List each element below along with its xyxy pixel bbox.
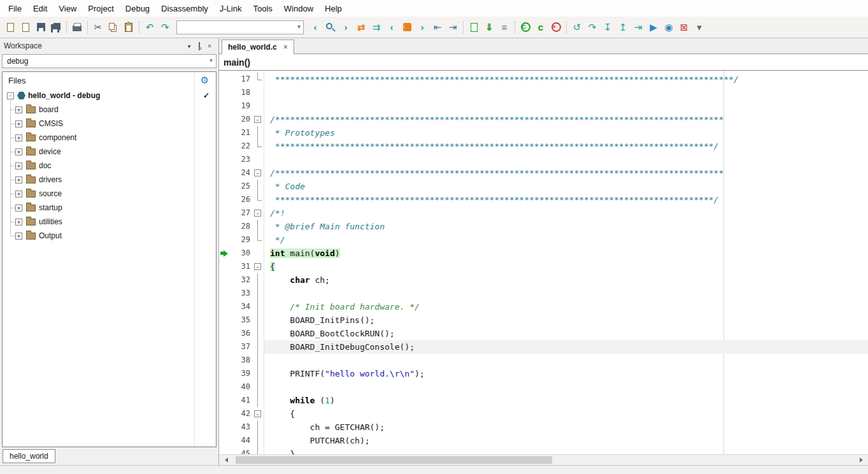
code-line-26[interactable]: 26 *************************************… <box>219 193 868 206</box>
next-location-button[interactable]: ⇥ <box>445 20 460 35</box>
horizontal-scrollbar[interactable] <box>219 454 868 465</box>
next-bookmark-button[interactable]: ⇉ <box>369 20 384 35</box>
function-selector[interactable]: main() <box>219 54 868 71</box>
print-button[interactable] <box>69 20 85 35</box>
tree-item-component[interactable]: +component <box>3 131 216 145</box>
fold-marker[interactable]: - <box>252 260 264 273</box>
workspace-tab-hello-world[interactable]: hello_world <box>3 449 55 463</box>
pin-icon[interactable] <box>194 43 204 50</box>
go-button[interactable]: ▶ <box>646 20 661 35</box>
code-line-36[interactable]: 36 BOARD_BootClockRUN(); <box>219 327 868 340</box>
expand-icon[interactable]: + <box>15 219 22 226</box>
fold-marker[interactable]: - <box>252 206 264 220</box>
scrollbar-thumb[interactable] <box>236 456 552 464</box>
menu-item-disassembly[interactable]: Disassembly <box>155 1 214 16</box>
menu-item-debug[interactable]: Debug <box>120 1 155 16</box>
editor-tab-hello-world-c[interactable]: hello_world.c × <box>222 40 294 54</box>
toolbar-overflow-button[interactable]: ▾ <box>692 20 707 35</box>
code-line-27[interactable]: 27-/*! <box>219 206 868 220</box>
tree-item-doc[interactable]: +doc <box>3 159 216 173</box>
code-line-32[interactable]: 32 char ch; <box>219 273 868 287</box>
expand-icon[interactable]: + <box>15 162 22 169</box>
find-next-button[interactable]: › <box>338 20 353 35</box>
menu-item-window[interactable]: Window <box>278 1 319 16</box>
tree-item-cmsis[interactable]: +CMSIS <box>3 117 216 131</box>
code-line-44[interactable]: 44 PUTCHAR(ch); <box>219 434 868 447</box>
tree-item-project-root[interactable]: - hello_world - debug ✓ <box>3 89 216 103</box>
download-and-debug-button[interactable]: ⇓ <box>481 20 497 35</box>
open-file-button[interactable] <box>18 20 33 35</box>
expand-icon[interactable]: + <box>15 148 22 155</box>
collapse-icon[interactable]: - <box>7 92 14 99</box>
stop-build-button[interactable]: × <box>548 20 564 35</box>
tree-item-board[interactable]: +board <box>3 103 216 117</box>
save-all-button[interactable] <box>48 20 64 35</box>
expand-icon[interactable]: + <box>15 190 22 198</box>
fold-marker[interactable]: - <box>252 407 264 420</box>
save-button[interactable] <box>33 20 48 35</box>
code-line-43[interactable]: 43 ch = GETCHAR(); <box>219 420 868 434</box>
code-line-21[interactable]: 21 * Prototypes <box>219 126 868 140</box>
scroll-left-button[interactable] <box>219 455 231 465</box>
close-icon[interactable]: × <box>204 43 215 50</box>
make-button[interactable] <box>466 20 481 35</box>
tab-close-icon[interactable]: × <box>283 43 288 52</box>
menu-item-help[interactable]: Help <box>319 1 348 16</box>
code-line-18[interactable]: 18 <box>219 86 868 99</box>
compile-button[interactable]: C <box>518 20 533 35</box>
step-into-button[interactable]: ↧ <box>600 20 615 35</box>
cut-button[interactable]: ✂ <box>90 20 106 35</box>
menu-item-edit[interactable]: Edit <box>27 1 53 16</box>
menu-item-j-link[interactable]: J-Link <box>214 1 248 16</box>
find-previous-button[interactable]: ‹ <box>308 20 323 35</box>
code-line-31[interactable]: 31-{ <box>219 260 868 273</box>
expand-icon[interactable]: + <box>15 106 22 113</box>
menu-item-tools[interactable]: Tools <box>247 1 278 16</box>
fold-marker[interactable]: - <box>252 166 264 180</box>
tree-item-source[interactable]: +source <box>3 187 216 201</box>
code-line-30[interactable]: 30int main(void) <box>219 247 868 260</box>
paste-button[interactable] <box>121 20 136 35</box>
code-line-23[interactable]: 23 <box>219 153 868 166</box>
expand-icon[interactable]: + <box>15 176 22 183</box>
replace-button[interactable]: ⇄ <box>353 20 369 35</box>
code-line-20[interactable]: 20-/************************************… <box>219 113 868 126</box>
disassembly-window-button[interactable]: ≡ <box>497 20 512 35</box>
reset-button[interactable]: ↺ <box>569 20 585 35</box>
code-line-35[interactable]: 35 BOARD_InitPins(); <box>219 313 868 327</box>
tree-item-startup[interactable]: +startup <box>3 201 216 215</box>
new-file-button[interactable] <box>3 20 18 35</box>
previous-location-button[interactable]: ⇤ <box>430 20 445 35</box>
code-line-42[interactable]: 42- { <box>219 407 868 420</box>
panel-menu-icon[interactable]: ▾ <box>184 43 194 50</box>
step-over-button[interactable]: ↷ <box>585 20 600 35</box>
expand-icon[interactable]: + <box>15 120 22 127</box>
code-line-17[interactable]: 17 *************************************… <box>219 73 868 86</box>
code-line-28[interactable]: 28 * @brief Main function <box>219 220 868 233</box>
code-line-24[interactable]: 24-/************************************… <box>219 166 868 180</box>
tree-item-utilities[interactable]: +utilities <box>3 215 216 229</box>
menu-item-file[interactable]: File <box>3 1 27 16</box>
tree-item-drivers[interactable]: +drivers <box>3 173 216 187</box>
code-line-41[interactable]: 41 while (1) <box>219 394 868 407</box>
code-line-45[interactable]: 45 } <box>219 447 868 454</box>
gear-icon[interactable]: ⚙ <box>201 75 209 86</box>
fold-marker[interactable]: - <box>252 113 264 126</box>
redo-button[interactable]: ↷ <box>157 20 173 35</box>
step-out-button[interactable]: ↥ <box>615 20 630 35</box>
code-line-19[interactable]: 19 <box>219 99 868 113</box>
code-line-33[interactable]: 33 <box>219 287 868 300</box>
expand-icon[interactable]: + <box>15 205 22 212</box>
code-line-38[interactable]: 38 <box>219 354 868 367</box>
menu-item-project[interactable]: Project <box>82 1 119 16</box>
compile-file-button[interactable]: c <box>533 20 548 35</box>
toggle-breakpoint-button[interactable]: ↓ <box>399 20 415 35</box>
configuration-dropdown[interactable]: debug <box>2 54 217 68</box>
code-line-37[interactable]: 37 BOARD_InitDebugConsole(); <box>219 340 868 354</box>
search-combo[interactable] <box>176 20 304 34</box>
undo-button[interactable]: ↶ <box>142 20 157 35</box>
code-line-29[interactable]: 29 */ <box>219 233 868 247</box>
navigate-backward-button[interactable]: ‹ <box>384 20 399 35</box>
expand-icon[interactable]: + <box>15 134 22 141</box>
code-line-40[interactable]: 40 <box>219 380 868 394</box>
